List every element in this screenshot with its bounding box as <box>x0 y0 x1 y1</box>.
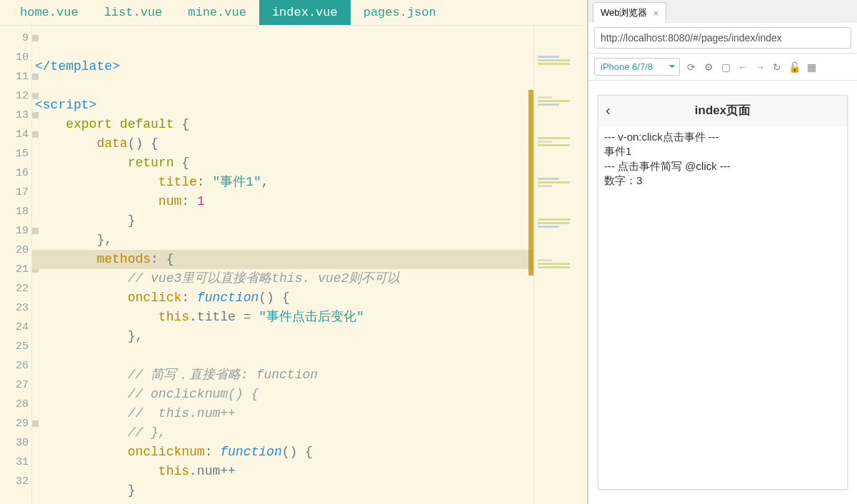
browser-tab[interactable]: Web浏览器 × <box>593 2 666 23</box>
line-number: 31 <box>0 453 31 472</box>
editor-tabs: home.vuelist.vuemine.vueindex.vuepages.j… <box>0 0 587 26</box>
lock-icon[interactable]: 🔓 <box>788 61 800 73</box>
code-line[interactable]: // 简写，直接省略: function <box>32 366 587 385</box>
line-number: 14 <box>0 125 31 144</box>
phone-frame: ‹ index页面 --- v-on:click点击事件 ---事件1--- 点… <box>598 95 848 490</box>
editor-tab-mine-vue[interactable]: mine.vue <box>175 0 259 25</box>
code-line[interactable] <box>32 76 587 96</box>
url-bar <box>588 23 857 54</box>
code-line[interactable]: return { <box>32 153 587 173</box>
code-line[interactable]: // vue3里可以直接省略this. vue2则不可以 <box>32 269 587 288</box>
line-number: 24 <box>0 318 31 337</box>
line-number: 29 <box>0 414 31 433</box>
close-icon[interactable]: × <box>653 8 659 19</box>
phone-header: ‹ index页面 <box>598 96 847 126</box>
line-number: 15 <box>0 144 31 163</box>
code-line[interactable]: methods: { <box>32 250 587 269</box>
browser-tab-bar: Web浏览器 × <box>588 0 857 23</box>
minimap[interactable] <box>533 26 587 504</box>
code-line[interactable]: onclicknum: function() { <box>32 443 587 462</box>
code-line[interactable] <box>32 500 587 504</box>
code-line[interactable]: <script> <box>32 96 587 115</box>
reload-icon[interactable]: ↻ <box>771 61 783 73</box>
line-number: 11 <box>0 67 31 86</box>
editor-tab-list-vue[interactable]: list.vue <box>91 0 176 25</box>
line-number: 12 <box>0 86 31 106</box>
editor-tab-index-vue[interactable]: index.vue <box>259 0 351 25</box>
code-line[interactable]: // }, <box>32 423 587 443</box>
preview-text-line: --- v-on:click点击事件 --- <box>604 130 841 144</box>
preview-text-line: 事件1 <box>604 144 841 158</box>
line-number-gutter: 9101112131415161718192021222324252627282… <box>0 26 32 504</box>
browser-pane: Web浏览器 × iPhone 6/7/8 ⟳ ⚙ ▢ ← → ↻ 🔓 ▦ ‹ … <box>587 0 857 504</box>
browser-toolbar: iPhone 6/7/8 ⟳ ⚙ ▢ ← → ↻ 🔓 ▦ <box>588 54 857 81</box>
device-select-label: iPhone 6/7/8 <box>601 61 653 72</box>
code-line[interactable]: this.num++ <box>32 462 587 481</box>
code-line[interactable]: num: 1 <box>32 192 587 211</box>
editor-tab-home-vue[interactable]: home.vue <box>7 0 91 25</box>
line-number: 10 <box>0 48 31 67</box>
line-number: 17 <box>0 183 31 202</box>
preview-area: ‹ index页面 --- v-on:click点击事件 ---事件1--- 点… <box>588 81 857 504</box>
line-number: 27 <box>0 376 31 395</box>
code-line[interactable]: data() { <box>32 134 587 153</box>
line-number: 22 <box>0 279 31 298</box>
preview-text-line: --- 点击事件简写 @click --- <box>604 159 841 173</box>
line-number: 23 <box>0 298 31 318</box>
line-number: 26 <box>0 356 31 376</box>
code-line[interactable]: } <box>32 211 587 231</box>
browser-tab-label: Web浏览器 <box>601 6 648 19</box>
settings-icon[interactable]: ⚙ <box>703 61 714 73</box>
phone-body[interactable]: --- v-on:click点击事件 ---事件1--- 点击事件简写 @cli… <box>598 126 847 192</box>
grid-icon[interactable]: ▦ <box>806 61 817 73</box>
line-number: 19 <box>0 221 31 241</box>
phone-page-title: index页面 <box>598 102 847 119</box>
refresh-icon[interactable]: ⟳ <box>686 61 697 73</box>
code-line[interactable] <box>32 346 587 366</box>
line-number: 13 <box>0 106 31 125</box>
line-number: 32 <box>0 472 31 491</box>
back-icon[interactable]: ← <box>737 61 748 73</box>
phone-back-icon[interactable]: ‹ <box>606 102 611 119</box>
line-number: 21 <box>0 260 31 279</box>
code-line[interactable]: // this.num++ <box>32 404 587 423</box>
screenshot-icon[interactable]: ▢ <box>720 61 731 73</box>
line-number: 18 <box>0 202 31 221</box>
code-line[interactable]: }, <box>32 231 587 250</box>
line-number: 28 <box>0 395 31 414</box>
preview-text-line: 数字：3 <box>604 173 841 188</box>
line-number: 16 <box>0 163 31 183</box>
editor-tab-pages-json[interactable]: pages.json <box>351 0 449 25</box>
line-number: 30 <box>0 433 31 453</box>
editor-pane: home.vuelist.vuemine.vueindex.vuepages.j… <box>0 0 587 504</box>
code-line[interactable]: this.title = "事件点击后变化" <box>32 308 587 327</box>
code-area[interactable]: 9101112131415161718192021222324252627282… <box>0 26 587 504</box>
forward-icon[interactable]: → <box>754 61 766 73</box>
code-line[interactable]: title: "事件1", <box>32 173 587 192</box>
code-line[interactable]: }, <box>32 327 587 346</box>
url-input[interactable] <box>594 27 851 49</box>
device-select[interactable]: iPhone 6/7/8 <box>594 58 680 76</box>
line-number: 20 <box>0 241 31 260</box>
scrollbar-thumb[interactable] <box>528 90 533 276</box>
code-content[interactable]: </template><script> export default { dat… <box>32 26 587 504</box>
code-line[interactable]: } <box>32 481 587 500</box>
code-line[interactable]: // onclicknum() { <box>32 385 587 404</box>
code-line[interactable]: onclick: function() { <box>32 288 587 308</box>
code-line[interactable]: export default { <box>32 115 587 134</box>
code-line[interactable]: </template> <box>32 57 587 76</box>
line-number: 9 <box>0 29 31 48</box>
line-number: 25 <box>0 337 31 356</box>
